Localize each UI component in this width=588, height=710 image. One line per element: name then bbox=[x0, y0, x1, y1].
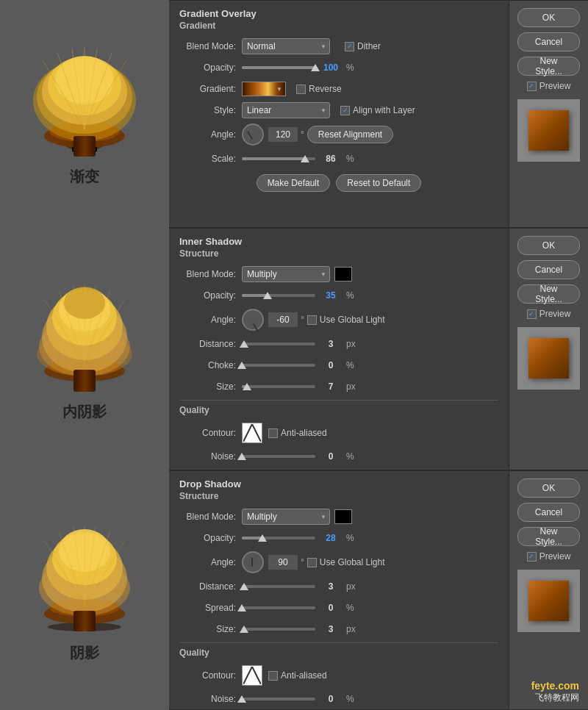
ds-angle-dial[interactable] bbox=[242, 551, 264, 573]
angle-control: 120 ° Reset Alignment bbox=[242, 123, 498, 146]
watermark-line2: 飞特教程网 bbox=[531, 692, 579, 704]
align-layer-checkbox[interactable]: ✓ bbox=[340, 106, 350, 115]
ds-global-light-cb[interactable] bbox=[307, 558, 317, 567]
reverse-checkbox[interactable] bbox=[296, 85, 306, 94]
reverse-checkbox-wrap[interactable]: Reverse bbox=[296, 84, 342, 94]
reverse-label: Reverse bbox=[309, 84, 342, 94]
preview-checkbox-1[interactable]: ✓ bbox=[527, 82, 537, 91]
is-blend-select-wrapper[interactable]: Multiply Normal bbox=[242, 266, 330, 282]
angle-dial[interactable] bbox=[242, 123, 264, 146]
is-size-slider[interactable] bbox=[242, 385, 315, 388]
opacity-slider[interactable] bbox=[242, 66, 315, 69]
ds-blend-select-wrapper[interactable]: Multiply Normal bbox=[242, 509, 330, 525]
is-distance-unit: px bbox=[346, 339, 356, 349]
cancel-button-1[interactable]: Cancel bbox=[517, 32, 580, 51]
preview-checkbox-3[interactable]: ✓ bbox=[527, 552, 537, 562]
angle-label: Angle: bbox=[179, 129, 242, 140]
blend-mode-row: Blend Mode: Normal Multiply Screen ✓ Dit… bbox=[179, 38, 498, 54]
preview-wrap-3[interactable]: ✓ Preview bbox=[527, 551, 571, 562]
is-contour-preview[interactable] bbox=[242, 423, 262, 443]
reset-alignment-button[interactable]: Reset Alignment bbox=[307, 126, 393, 143]
new-style-button-3[interactable]: New Style... bbox=[517, 527, 580, 546]
ds-anti-aliased-wrap[interactable]: Anti-aliased bbox=[268, 670, 327, 681]
ds-global-light-wrap[interactable]: Use Global Light bbox=[307, 557, 385, 567]
opacity-control: 100 % bbox=[242, 62, 498, 73]
preview-wrap-2[interactable]: ✓ Preview bbox=[527, 309, 571, 319]
cancel-button-2[interactable]: Cancel bbox=[517, 260, 580, 279]
blend-mode-select[interactable]: Normal Multiply Screen bbox=[242, 38, 330, 54]
is-global-light-cb[interactable] bbox=[307, 315, 317, 325]
style-select[interactable]: Linear Radial Angle bbox=[242, 102, 330, 118]
is-choke-control: 0 % bbox=[242, 360, 498, 370]
ok-button-1[interactable]: OK bbox=[517, 8, 580, 27]
is-size-row: Size: 7 px bbox=[179, 379, 498, 395]
ds-distance-unit: px bbox=[346, 581, 356, 592]
preview-wrap-1[interactable]: ✓ Preview bbox=[527, 81, 571, 91]
ds-color-swatch[interactable] bbox=[334, 509, 352, 524]
style-control: Linear Radial Angle ✓ Align with Layer bbox=[242, 102, 498, 118]
dither-checkbox-wrap[interactable]: ✓ Dither bbox=[345, 41, 381, 51]
is-blend-select[interactable]: Multiply Normal bbox=[242, 266, 330, 282]
preview-checkbox-2[interactable]: ✓ bbox=[527, 309, 537, 319]
dither-label: Dither bbox=[357, 41, 381, 51]
angle-input[interactable]: 120 bbox=[268, 127, 298, 142]
inner-shadow-sidebar: OK Cancel New Style... ✓ Preview bbox=[509, 229, 588, 470]
is-choke-unit: % bbox=[346, 360, 354, 370]
is-noise-slider[interactable] bbox=[242, 455, 315, 458]
dither-checkbox[interactable]: ✓ bbox=[345, 42, 354, 51]
ds-contour-preview[interactable] bbox=[242, 665, 262, 686]
blend-mode-label: Blend Mode: bbox=[179, 41, 242, 51]
is-size-value: 7 bbox=[320, 381, 342, 392]
gradient-sidebar: OK Cancel New Style... ✓ Preview bbox=[509, 1, 588, 227]
is-choke-slider[interactable] bbox=[242, 364, 315, 367]
ds-angle-input[interactable]: 90 bbox=[268, 555, 298, 570]
svg-rect-16 bbox=[74, 136, 96, 157]
new-style-button-2[interactable]: New Style... bbox=[517, 284, 580, 304]
ok-button-2[interactable]: OK bbox=[517, 236, 580, 255]
reset-to-default-button[interactable]: Reset to Default bbox=[336, 174, 421, 192]
style-select-wrapper[interactable]: Linear Radial Angle bbox=[242, 102, 330, 118]
is-contour-label: Contour: bbox=[179, 428, 242, 438]
gradient-swatch[interactable] bbox=[242, 82, 286, 96]
is-anti-aliased-label: Anti-aliased bbox=[281, 428, 327, 438]
ds-angle-control: 90 ° Use Global Light bbox=[242, 551, 498, 573]
ds-opacity-slider[interactable] bbox=[242, 537, 315, 539]
ds-size-slider[interactable] bbox=[242, 628, 315, 631]
inner-shadow-brush-area: 内阴影 bbox=[0, 228, 169, 470]
is-contour-row: Contour: Anti-aliased bbox=[179, 423, 498, 443]
ok-button-3[interactable]: OK bbox=[517, 478, 580, 498]
ds-blend-select[interactable]: Multiply Normal bbox=[242, 509, 330, 525]
scale-slider[interactable] bbox=[242, 157, 315, 160]
ds-noise-slider[interactable] bbox=[242, 698, 315, 700]
is-opacity-row: Opacity: 35 % bbox=[179, 287, 498, 304]
ds-distance-control: 3 px bbox=[242, 581, 498, 592]
is-angle-dial[interactable] bbox=[242, 309, 264, 331]
drop-shadow-settings-area: Drop Shadow Structure Blend Mode: Multip… bbox=[169, 471, 509, 709]
is-anti-aliased-wrap[interactable]: Anti-aliased bbox=[268, 428, 327, 438]
scale-row: Scale: 86 % bbox=[179, 151, 498, 167]
is-anti-aliased-cb[interactable] bbox=[268, 428, 278, 438]
svg-rect-33 bbox=[74, 370, 96, 392]
is-angle-input[interactable]: -60 bbox=[268, 312, 298, 327]
ds-anti-aliased-cb[interactable] bbox=[268, 671, 278, 681]
make-default-button[interactable]: Make Default bbox=[257, 174, 331, 192]
ds-spread-slider[interactable] bbox=[242, 606, 315, 609]
ds-distance-slider[interactable] bbox=[242, 585, 315, 588]
is-distance-slider[interactable] bbox=[242, 343, 315, 345]
blend-mode-select-wrapper[interactable]: Normal Multiply Screen bbox=[242, 38, 330, 54]
is-noise-control: 0 % bbox=[242, 451, 498, 462]
align-layer-checkbox-wrap[interactable]: ✓ Align with Layer bbox=[340, 105, 415, 115]
ds-size-unit: px bbox=[346, 624, 356, 634]
is-choke-label: Choke: bbox=[179, 360, 242, 370]
is-opacity-slider[interactable] bbox=[242, 294, 315, 297]
cancel-button-3[interactable]: Cancel bbox=[517, 503, 580, 522]
preview-thumb-3 bbox=[517, 570, 580, 632]
is-global-light-wrap[interactable]: Use Global Light bbox=[307, 315, 385, 325]
ds-contour-row: Contour: Anti-aliased bbox=[179, 665, 498, 686]
ds-contour-control: Anti-aliased bbox=[242, 665, 498, 686]
is-color-swatch[interactable] bbox=[334, 267, 352, 282]
gradient-settings-area: Gradient Overlay Gradient Blend Mode: No… bbox=[169, 1, 509, 227]
new-style-button-1[interactable]: New Style... bbox=[517, 57, 580, 76]
gradient-select-wrapper[interactable] bbox=[242, 82, 286, 96]
ds-opacity-label: Opacity: bbox=[179, 533, 242, 543]
